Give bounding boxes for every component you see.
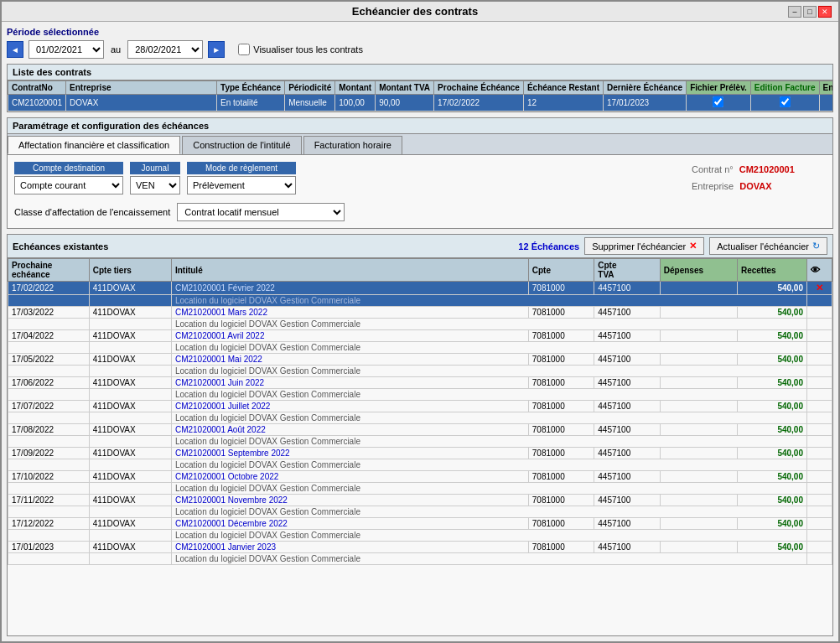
minimize-button[interactable]: – <box>788 6 801 18</box>
ech-depenses <box>660 518 737 530</box>
fichier-prelev-checkbox[interactable] <box>713 96 723 107</box>
visualiser-checkbox[interactable] <box>238 44 250 55</box>
ech-sub-empty3 <box>807 389 832 401</box>
col-echeance-restant: Échéance Restant <box>523 81 603 95</box>
visualiser-checkbox-label[interactable]: Visualiser tous les contrats <box>238 44 363 55</box>
ech-recettes: 540,00 <box>737 424 806 436</box>
journal-select[interactable]: VEN <box>130 176 180 194</box>
window-controls: – □ ✕ <box>788 6 832 18</box>
edition-facture-checkbox[interactable] <box>780 96 791 107</box>
ech-date: 17/06/2022 <box>8 377 90 389</box>
table-row[interactable]: 17/02/2022 411DOVAX CM21020001 Février 2… <box>8 282 832 295</box>
col-enreg-manuel: Enreg. Manuel <box>819 81 832 95</box>
table-row[interactable]: 17/11/2022 411DOVAX CM21020001 Novembre … <box>8 495 832 506</box>
table-row[interactable]: 17/01/2023 411DOVAX CM21020001 Janvier 2… <box>8 542 832 553</box>
echeances-section: Echéances existantes 12 Échéances Suppri… <box>7 234 833 636</box>
ech-cpte: 7081000 <box>528 330 594 342</box>
ech-recettes: 540,00 <box>737 401 806 412</box>
ech-depenses <box>660 307 737 319</box>
close-button[interactable]: ✕ <box>818 6 832 18</box>
date-to-select[interactable]: 28/02/2021 <box>127 40 203 59</box>
periode-row: ◄ 01/02/2021 au 28/02/2021 ► Visualiser … <box>7 40 833 59</box>
ech-intitule: CM21020001 Avril 2022 <box>171 330 528 342</box>
ech-col-date: Prochaineechéance <box>8 259 90 282</box>
ech-date: 17/08/2022 <box>8 424 90 436</box>
ech-intitule: CM21020001 Août 2022 <box>171 424 528 436</box>
compte-destination-field: Compte destination Compte courant <box>14 162 123 194</box>
tab-facturation[interactable]: Facturation horaire <box>303 136 402 154</box>
ech-sub-intitule: Location du logiciel DOVAX Gestion Comme… <box>171 553 806 565</box>
ech-date: 17/01/2023 <box>8 542 90 553</box>
tab-construction[interactable]: Construction de l'intitulé <box>182 136 301 154</box>
ech-sub-intitule: Location du logiciel DOVAX Gestion Comme… <box>171 366 806 377</box>
table-row[interactable]: 17/08/2022 411DOVAX CM21020001 Août 2022… <box>8 424 832 436</box>
compte-destination-select[interactable]: Compte courant <box>14 176 123 194</box>
ech-cpte: 7081000 <box>528 448 594 459</box>
ech-cpte-tva: 4457100 <box>594 354 661 366</box>
table-sub-row: Location du logiciel DOVAX Gestion Comme… <box>8 506 832 518</box>
table-sub-row: Location du logiciel DOVAX Gestion Comme… <box>8 436 832 448</box>
ech-cpte-tva: 4457100 <box>594 282 661 295</box>
ech-sub-intitule: Location du logiciel DOVAX Gestion Comme… <box>171 342 806 354</box>
ech-sub-empty3 <box>807 483 832 495</box>
date-from-select[interactable]: 01/02/2021 <box>29 40 104 59</box>
echeances-header: Echéances existantes 12 Échéances Suppri… <box>8 235 832 258</box>
date-from-prev-button[interactable]: ◄ <box>7 41 23 58</box>
ech-depenses <box>660 542 737 553</box>
echeances-table-container[interactable]: Prochaineechéance Cpte tiers Intitulé Cp… <box>8 258 832 635</box>
table-row[interactable]: 17/04/2022 411DOVAX CM21020001 Avril 202… <box>8 330 832 342</box>
classe-select[interactable]: Contrat locatif mensuel <box>177 203 345 221</box>
ech-cpte: 7081000 <box>528 401 594 412</box>
ech-sub-empty3 <box>807 319 832 330</box>
delete-row-icon[interactable]: ✕ <box>816 283 823 293</box>
ech-sub-empty1 <box>8 295 90 307</box>
maximize-button[interactable]: □ <box>803 6 817 18</box>
date-to-next-button[interactable]: ► <box>208 41 225 58</box>
ech-sub-empty3 <box>807 436 832 448</box>
cell-echeance-restant: 12 <box>523 95 603 111</box>
ech-date: 17/02/2022 <box>8 282 90 295</box>
ech-depenses <box>660 471 737 483</box>
ech-intitule: CM21020001 Octobre 2022 <box>171 471 528 483</box>
table-row[interactable]: 17/12/2022 411DOVAX CM21020001 Décembre … <box>8 518 832 530</box>
ech-cpte-tva: 4457100 <box>594 330 661 342</box>
ech-sub-empty1 <box>8 436 90 448</box>
table-row[interactable]: 17/10/2022 411DOVAX CM21020001 Octobre 2… <box>8 471 832 483</box>
ech-sub-empty2 <box>89 483 171 495</box>
ech-cpte-tva: 4457100 <box>594 401 661 412</box>
supprimer-button[interactable]: Supprimer l'échéancier ✕ <box>584 237 704 255</box>
ech-recettes: 540,00 <box>737 307 806 319</box>
table-row[interactable]: 17/05/2022 411DOVAX CM21020001 Mai 2022 … <box>8 354 832 366</box>
contrat-label: Contrat n° <box>692 164 734 174</box>
ech-cpte: 7081000 <box>528 542 594 553</box>
actualiser-button[interactable]: Actualiser l'échéancier ↻ <box>709 237 827 255</box>
ech-sub-empty1 <box>8 412 90 424</box>
col-type-echeance: Type Échéance <box>217 81 285 95</box>
table-row[interactable]: 17/03/2022 411DOVAX CM21020001 Mars 2022… <box>8 307 832 319</box>
ech-depenses <box>660 377 737 389</box>
tab-affectation[interactable]: Affectation financière et classification <box>8 136 180 154</box>
ech-sub-intitule: Location du logiciel DOVAX Gestion Comme… <box>171 389 806 401</box>
ech-icon-col <box>807 401 832 412</box>
ech-cpte: 7081000 <box>528 377 594 389</box>
table-row[interactable]: CM21020001 DOVAX En totalité Mensuelle 1… <box>8 95 833 111</box>
table-row[interactable]: 17/09/2022 411DOVAX CM21020001 Septembre… <box>8 448 832 459</box>
periode-label: Période sélectionnée <box>7 27 833 37</box>
table-sub-row: Location du logiciel DOVAX Gestion Comme… <box>8 342 832 354</box>
compte-destination-label: Compte destination <box>14 162 123 174</box>
col-prochaine-echeance: Prochaine Échéance <box>434 81 524 95</box>
ech-sub-intitule: Location du logiciel DOVAX Gestion Comme… <box>171 506 806 518</box>
ech-cpte-tiers: 411DOVAX <box>89 542 171 553</box>
param-right: Contrat n° CM21020001 Entreprise DOVAX <box>692 162 826 195</box>
ech-sub-empty2 <box>89 319 171 330</box>
contrat-value: CM21020001 <box>739 164 795 174</box>
classe-row: Classe d'affectation de l'encaissement C… <box>14 203 675 221</box>
ech-sub-intitule: Location du logiciel DOVAX Gestion Comme… <box>171 295 806 307</box>
ech-sub-empty3 <box>807 366 832 377</box>
table-row[interactable]: 17/06/2022 411DOVAX CM21020001 Juin 2022… <box>8 377 832 389</box>
mode-reglement-select[interactable]: Prélèvement <box>187 176 296 194</box>
ech-sub-empty2 <box>89 389 171 401</box>
table-row[interactable]: 17/07/2022 411DOVAX CM21020001 Juillet 2… <box>8 401 832 412</box>
parametrage-header: Paramétrage et configuration des échéanc… <box>8 118 832 134</box>
ech-sub-empty1 <box>8 459 90 471</box>
